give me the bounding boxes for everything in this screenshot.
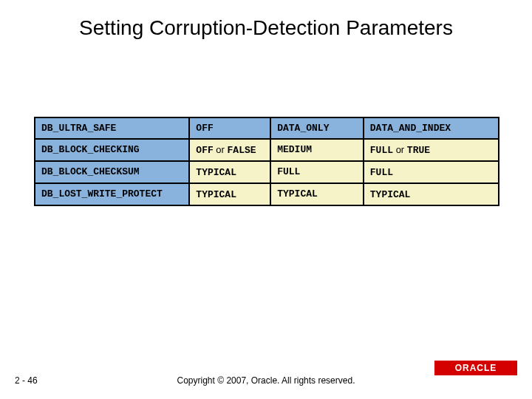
value-text: TRUE bbox=[407, 145, 430, 156]
table-row: DB_BLOCK_CHECKSUM TYPICAL FULL FULL bbox=[35, 161, 499, 183]
value-text: OFF bbox=[196, 145, 213, 156]
value-text: TYPICAL bbox=[370, 189, 411, 200]
cell-value: MEDIUM bbox=[270, 139, 364, 161]
or-text: or bbox=[393, 144, 407, 155]
value-text: TYPICAL bbox=[196, 189, 236, 200]
table-row: DB_LOST_WRITE_PROTECT TYPICAL TYPICAL TY… bbox=[35, 183, 499, 205]
cell-value: TYPICAL bbox=[189, 183, 270, 205]
table-header-row: DB_ULTRA_SAFE OFF DATA_ONLY DATA_AND_IND… bbox=[35, 117, 499, 139]
value-text: TYPICAL bbox=[196, 167, 236, 178]
value-text: FULL bbox=[370, 145, 393, 156]
cell-value: OFF or FALSE bbox=[189, 139, 270, 161]
cell-value: FULL bbox=[364, 161, 499, 183]
cell-value: TYPICAL bbox=[270, 183, 364, 205]
or-text: or bbox=[214, 144, 228, 155]
slide: Setting Corruption-Detection Parameters … bbox=[0, 0, 532, 399]
cell-value: TYPICAL bbox=[189, 161, 270, 183]
cell-value: FULL or TRUE bbox=[364, 139, 499, 161]
copyright-text: Copyright © 2007, Oracle. All rights res… bbox=[0, 375, 532, 386]
value-text: FALSE bbox=[228, 145, 256, 156]
row-param: DB_BLOCK_CHECKING bbox=[35, 139, 189, 161]
row-param: DB_BLOCK_CHECKSUM bbox=[35, 161, 189, 183]
parameters-table: DB_ULTRA_SAFE OFF DATA_ONLY DATA_AND_IND… bbox=[34, 117, 499, 206]
header-data-and-index: DATA_AND_INDEX bbox=[364, 117, 499, 139]
table-row: DB_BLOCK_CHECKING OFF or FALSE MEDIUM FU… bbox=[35, 139, 499, 161]
parameters-table-container: DB_ULTRA_SAFE OFF DATA_ONLY DATA_AND_IND… bbox=[34, 117, 499, 206]
header-data-only: DATA_ONLY bbox=[270, 117, 364, 139]
cell-value: FULL bbox=[270, 161, 364, 183]
oracle-logo: ORACLE bbox=[434, 361, 517, 375]
header-off: OFF bbox=[189, 117, 270, 139]
slide-title: Setting Corruption-Detection Parameters bbox=[0, 16, 532, 40]
cell-value: TYPICAL bbox=[364, 183, 499, 205]
slide-footer: 2 - 46 Copyright © 2007, Oracle. All rig… bbox=[0, 356, 532, 389]
row-param: DB_LOST_WRITE_PROTECT bbox=[35, 183, 189, 205]
header-param: DB_ULTRA_SAFE bbox=[35, 117, 189, 139]
value-text: FULL bbox=[370, 167, 393, 178]
logo-text: ORACLE bbox=[455, 363, 497, 373]
